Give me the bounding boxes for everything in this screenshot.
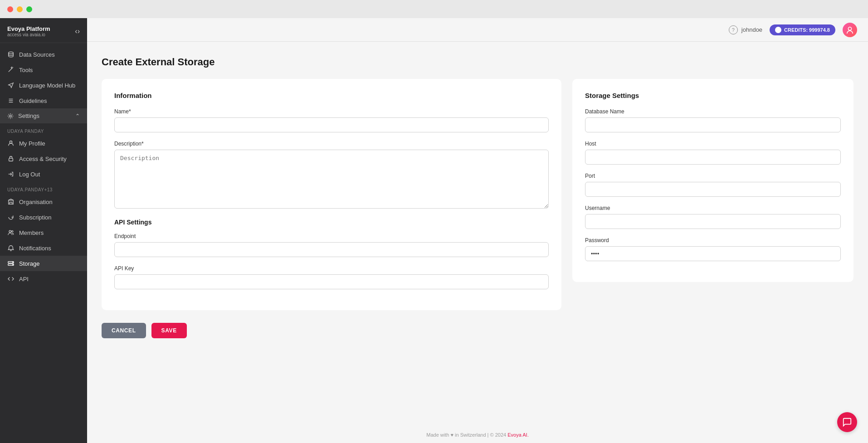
port-input[interactable] xyxy=(585,182,841,197)
list-icon xyxy=(7,97,15,104)
api-section-title: API Settings xyxy=(114,219,549,226)
sidebar-item-api[interactable]: API xyxy=(0,271,87,287)
sidebar-item-language-model-hub-label: Language Model Hub xyxy=(19,82,75,89)
port-label: Port xyxy=(585,173,841,179)
sidebar-item-notifications[interactable]: Notifications xyxy=(0,240,87,256)
db-name-group: Database Name xyxy=(585,108,841,132)
maximize-button[interactable] xyxy=(26,6,32,12)
sidebar-item-subscription-label: Subscription xyxy=(19,214,52,221)
sidebar-item-language-model-hub[interactable]: Language Model Hub xyxy=(0,78,87,93)
avatar[interactable] xyxy=(843,23,857,37)
sidebar-item-my-profile-label: My Profile xyxy=(19,140,45,147)
port-group: Port xyxy=(585,173,841,197)
endpoint-input[interactable] xyxy=(114,242,549,257)
password-group: Password xyxy=(585,237,841,261)
sidebar-item-organisation[interactable]: Organisation xyxy=(0,194,87,209)
action-buttons: CANCEL SAVE xyxy=(102,323,853,338)
building-icon xyxy=(7,198,15,205)
database-icon xyxy=(7,51,15,58)
footer-link[interactable]: Evoya AI. xyxy=(507,432,528,438)
sidebar-item-tools-label: Tools xyxy=(19,67,33,73)
svg-point-12 xyxy=(9,230,11,232)
sidebar-item-guidelines[interactable]: Guidelines xyxy=(0,93,87,108)
sidebar-item-storage-label: Storage xyxy=(19,260,40,267)
svg-point-13 xyxy=(11,231,13,233)
topbar-user: ? johndoe xyxy=(729,25,762,34)
logout-icon xyxy=(7,170,15,178)
close-button[interactable] xyxy=(7,6,13,12)
sidebar-item-access-security[interactable]: Access & Security xyxy=(0,151,87,166)
sidebar-item-log-out-label: Log Out xyxy=(19,171,40,178)
help-icon[interactable]: ? xyxy=(729,25,738,34)
minimize-button[interactable] xyxy=(17,6,23,12)
svg-rect-7 xyxy=(9,158,13,161)
description-textarea[interactable] xyxy=(114,150,549,209)
sidebar-item-my-profile[interactable]: My Profile xyxy=(0,136,87,151)
sidebar-header: Evoya Platform access via avaia.io ‹› xyxy=(0,18,87,43)
password-input[interactable] xyxy=(585,246,841,261)
credits-badge[interactable]: CREDITS: 999974.8 xyxy=(770,24,835,35)
sidebar-item-organisation-label: Organisation xyxy=(19,199,53,205)
sidebar-item-data-sources[interactable]: Data Sources xyxy=(0,47,87,62)
sidebar-item-log-out[interactable]: Log Out xyxy=(0,166,87,182)
svg-point-16 xyxy=(13,262,13,263)
tool-icon xyxy=(7,66,15,73)
refresh-icon xyxy=(7,214,15,221)
app-container: Evoya Platform access via avaia.io ‹› Da… xyxy=(0,18,868,443)
credits-label: CREDITS: 999974.8 xyxy=(784,27,830,33)
description-label: Description* xyxy=(114,141,549,147)
username-input[interactable] xyxy=(585,214,841,229)
password-label: Password xyxy=(585,237,841,243)
save-button[interactable]: SAVE xyxy=(151,323,187,338)
db-name-input[interactable] xyxy=(585,117,841,132)
information-card: Information Name* Description* API Setti… xyxy=(102,79,561,310)
bell-icon xyxy=(7,244,15,252)
sidebar-item-members[interactable]: Members xyxy=(0,225,87,240)
svg-point-0 xyxy=(9,52,14,54)
main-content: ? johndoe CREDITS: 999974.8 Create Exter… xyxy=(87,18,868,443)
send-icon xyxy=(7,82,15,89)
svg-marker-1 xyxy=(9,83,14,88)
endpoint-group: Endpoint xyxy=(114,233,549,257)
api-key-input[interactable] xyxy=(114,274,549,289)
sidebar-collapse-button[interactable]: ‹› xyxy=(75,27,80,35)
storage-settings-card: Storage Settings Database Name Host Port xyxy=(572,79,853,282)
code-icon xyxy=(7,275,15,282)
name-group: Name* xyxy=(114,108,549,132)
sidebar-item-access-security-label: Access & Security xyxy=(19,156,67,162)
storage-icon xyxy=(7,260,15,267)
brand: Evoya Platform access via avaia.io xyxy=(7,25,50,37)
svg-point-5 xyxy=(10,115,11,117)
titlebar xyxy=(0,0,868,18)
name-input[interactable] xyxy=(114,117,549,132)
sidebar-item-tools[interactable]: Tools xyxy=(0,62,87,78)
users-icon xyxy=(7,229,15,236)
host-group: Host xyxy=(585,141,841,165)
chat-bubble-button[interactable] xyxy=(837,412,857,432)
credits-icon xyxy=(775,27,781,33)
username: johndoe xyxy=(741,26,762,33)
footer: Made with ♥ in Switzerland | © 2024 Evoy… xyxy=(87,427,868,443)
sidebar: Evoya Platform access via avaia.io ‹› Da… xyxy=(0,18,87,443)
storage-section-title: Storage Settings xyxy=(585,92,841,99)
settings-label: Settings xyxy=(18,112,39,119)
svg-point-18 xyxy=(848,27,851,30)
user-icon xyxy=(7,140,15,147)
settings-section-toggle[interactable]: Settings ⌃ xyxy=(0,108,87,123)
username-label: Username xyxy=(585,205,841,211)
sidebar-item-subscription[interactable]: Subscription xyxy=(0,209,87,225)
host-label: Host xyxy=(585,141,841,147)
sidebar-item-storage[interactable]: Storage xyxy=(0,256,87,271)
description-group: Description* xyxy=(114,141,549,210)
svg-point-6 xyxy=(10,141,12,143)
footer-text: Made with ♥ in Switzerland | © 2024 xyxy=(426,432,507,438)
page-content: Create External Storage Information Name… xyxy=(87,42,868,427)
api-key-label: API Key xyxy=(114,265,549,272)
sidebar-item-data-sources-label: Data Sources xyxy=(19,51,55,58)
sidebar-item-notifications-label: Notifications xyxy=(19,245,51,252)
sidebar-item-members-label: Members xyxy=(19,229,44,236)
host-input[interactable] xyxy=(585,150,841,165)
cancel-button[interactable]: CANCEL xyxy=(102,323,146,338)
svg-point-17 xyxy=(13,264,13,265)
section-udaya-plus: UDAYA.PANDAY+13 xyxy=(0,182,87,194)
